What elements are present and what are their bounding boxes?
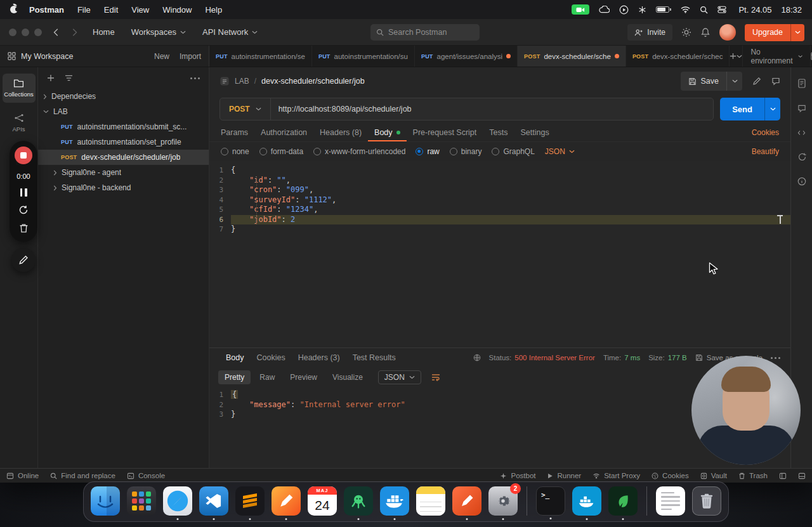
- battery-icon[interactable]: [656, 6, 671, 13]
- menu-file[interactable]: File: [77, 5, 91, 15]
- save-button[interactable]: Save: [681, 72, 743, 91]
- nav-home[interactable]: Home: [93, 27, 115, 37]
- response-tab-headers[interactable]: Headers (3): [292, 348, 346, 367]
- url-input[interactable]: [271, 105, 714, 114]
- trash-button[interactable]: Trash: [738, 472, 768, 479]
- folder-signal0ne-backend[interactable]: Signal0ne - backend: [38, 180, 209, 195]
- import-button[interactable]: Import: [180, 52, 201, 61]
- upgrade-button[interactable]: Upgrade: [745, 24, 804, 41]
- connection-status[interactable]: Online: [6, 472, 39, 479]
- mode-graphql[interactable]: GraphQL: [492, 147, 534, 156]
- dock-docker-icon[interactable]: [380, 486, 409, 516]
- breadcrumb-collection[interactable]: LAB: [235, 77, 249, 86]
- find-and-replace[interactable]: Find and replace: [50, 472, 115, 479]
- mode-raw-selected[interactable]: raw: [416, 147, 439, 156]
- response-tab-body[interactable]: Body: [219, 348, 251, 367]
- panel-bottom-icon[interactable]: [798, 472, 806, 479]
- send-button[interactable]: Send: [720, 98, 780, 120]
- stop-recording-button[interactable]: [15, 146, 32, 164]
- wifi-icon[interactable]: [681, 6, 690, 13]
- dock-launchpad-icon[interactable]: [127, 486, 156, 516]
- collections-more-icon[interactable]: [190, 77, 200, 79]
- request-tab-5[interactable]: POSTdevx-scheduler/schec: [626, 46, 730, 67]
- start-proxy-button[interactable]: Start Proxy: [593, 472, 640, 479]
- sidebar-nav-collections[interactable]: Collections: [3, 74, 36, 103]
- environment-selector[interactable]: No environment: [742, 46, 810, 67]
- screen-recording-icon[interactable]: [572, 4, 589, 15]
- dock-calendar-icon[interactable]: MAJ 24: [308, 486, 337, 516]
- tab-params[interactable]: Params: [214, 123, 254, 141]
- dock-vscode-icon[interactable]: [199, 486, 228, 516]
- back-arrow-icon[interactable]: [52, 28, 61, 37]
- dock-terminal-icon[interactable]: >_: [536, 486, 565, 516]
- method-select[interactable]: POST: [220, 98, 271, 120]
- dock-squid-app-icon[interactable]: [344, 486, 373, 516]
- dock-trash-icon[interactable]: [692, 486, 721, 516]
- save-options-chevron[interactable]: [726, 72, 742, 91]
- mode-none[interactable]: none: [221, 147, 249, 156]
- add-collection-button[interactable]: [47, 74, 55, 82]
- global-search[interactable]: [370, 24, 480, 41]
- related-requests-icon[interactable]: [797, 152, 806, 161]
- dock-safari-icon[interactable]: [163, 486, 192, 516]
- tab-settings[interactable]: Settings: [514, 123, 555, 141]
- delete-recording-icon[interactable]: [19, 223, 29, 233]
- dock-pen-app-icon[interactable]: [272, 486, 301, 516]
- response-tab-cookies[interactable]: Cookies: [251, 348, 292, 367]
- menubar-app-name[interactable]: Postman: [29, 5, 64, 15]
- edit-pencil-icon[interactable]: [752, 77, 761, 86]
- tab-pre-request-script[interactable]: Pre-request Script: [407, 123, 483, 141]
- mode-binary[interactable]: binary: [450, 147, 482, 156]
- cloud-icon[interactable]: [599, 6, 610, 13]
- response-tab-test-results[interactable]: Test Results: [346, 348, 402, 367]
- mode-urlencoded[interactable]: x-www-form-urlencoded: [313, 147, 405, 156]
- menu-window[interactable]: Window: [162, 5, 192, 15]
- tab-headers[interactable]: Headers (8): [313, 123, 368, 141]
- panel-layout-icon[interactable]: [779, 472, 787, 479]
- view-preview[interactable]: Preview: [284, 370, 324, 384]
- apple-menu-icon[interactable]: [10, 6, 18, 13]
- settings-gear-icon[interactable]: [681, 27, 691, 37]
- spotlight-icon[interactable]: [700, 6, 708, 14]
- sidebar-nav-apis[interactable]: APIs: [3, 108, 36, 137]
- restart-recording-icon[interactable]: [18, 205, 29, 215]
- new-button[interactable]: New: [154, 52, 169, 61]
- comment-bubble-icon[interactable]: [797, 104, 806, 113]
- collection-lab[interactable]: LAB: [38, 104, 209, 119]
- beautify-link[interactable]: Beautify: [752, 147, 779, 156]
- code-snippet-icon[interactable]: [797, 129, 806, 136]
- collection-dependecies[interactable]: Dependecies: [38, 89, 209, 104]
- request-set-profile[interactable]: PUT autoinstrumentation/set_profile: [38, 134, 209, 150]
- cookies-link[interactable]: Cookies: [752, 128, 785, 137]
- filter-icon[interactable]: [65, 75, 73, 82]
- menubar-date[interactable]: Pt. 24.05: [738, 5, 771, 15]
- mode-form-data[interactable]: form-data: [259, 147, 303, 156]
- menu-help[interactable]: Help: [205, 5, 222, 15]
- request-submit-sc[interactable]: PUT autoinstrumentation/submit_sc...: [38, 119, 209, 134]
- send-options-chevron[interactable]: [764, 98, 780, 120]
- notifications-bell-icon[interactable]: [700, 27, 710, 37]
- play-circle-icon[interactable]: [619, 5, 629, 15]
- console-button[interactable]: Console: [127, 472, 165, 479]
- comments-icon[interactable]: [771, 77, 780, 86]
- forward-arrow-icon[interactable]: [70, 28, 79, 37]
- control-center-icon[interactable]: [717, 5, 726, 14]
- view-raw[interactable]: Raw: [253, 370, 281, 384]
- asterisk-icon[interactable]: [638, 6, 646, 14]
- response-format-select[interactable]: JSON: [378, 370, 421, 384]
- dock-sublime-icon[interactable]: [235, 486, 265, 516]
- runner-button[interactable]: Runner: [547, 472, 581, 479]
- info-icon[interactable]: [797, 177, 806, 186]
- menubar-clock[interactable]: 18:32: [781, 5, 802, 15]
- request-tab-2[interactable]: PUTautoinstrumentation/su: [312, 46, 415, 67]
- response-more-icon[interactable]: [771, 357, 780, 359]
- tab-list-chevron-icon[interactable]: [737, 46, 742, 67]
- window-controls[interactable]: [9, 29, 42, 36]
- pause-recording-icon[interactable]: [20, 188, 27, 197]
- request-body-editor[interactable]: 1{ 2"id": "", 3"cron": "099", 4"surveyId…: [209, 161, 790, 348]
- wrap-text-icon[interactable]: [431, 374, 440, 381]
- request-scheduler-job-selected[interactable]: POST devx-scheduler/scheduler/job: [38, 150, 209, 165]
- search-input[interactable]: [388, 28, 464, 37]
- postbot-button[interactable]: Postbot: [500, 472, 535, 479]
- view-visualize[interactable]: Visualize: [326, 370, 369, 384]
